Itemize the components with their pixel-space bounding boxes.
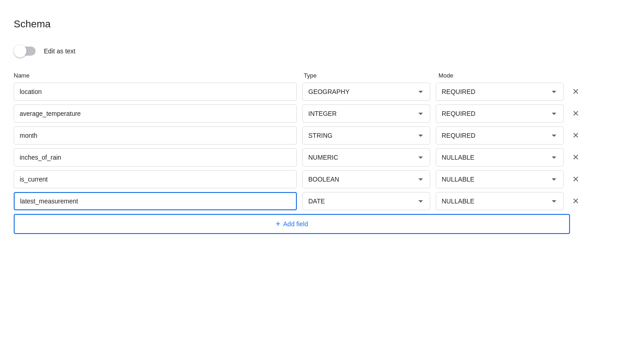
plus-icon: + xyxy=(276,220,281,228)
edit-as-text-row: Edit as text xyxy=(14,45,630,57)
field-type-select[interactable]: GEOGRAPHYINTEGERSTRINGNUMERICBOOLEANDATE… xyxy=(302,126,430,145)
field-mode-select[interactable]: REQUIREDNULLABLEREPEATED xyxy=(436,148,564,166)
table-row: GEOGRAPHYINTEGERSTRINGNUMERICBOOLEANDATE… xyxy=(14,148,630,166)
field-name-input[interactable] xyxy=(14,148,297,166)
field-type-select[interactable]: GEOGRAPHYINTEGERSTRINGNUMERICBOOLEANDATE… xyxy=(302,148,430,166)
add-field-button[interactable]: + Add field xyxy=(14,214,570,234)
header-name: Name xyxy=(14,72,304,79)
field-mode-select[interactable]: REQUIREDNULLABLEREPEATED xyxy=(436,104,564,123)
delete-field-button[interactable]: ✕ xyxy=(569,151,582,164)
schema-rows-container: GEOGRAPHYINTEGERSTRINGNUMERICBOOLEANDATE… xyxy=(14,83,630,210)
delete-field-button[interactable]: ✕ xyxy=(569,195,582,208)
field-name-input[interactable] xyxy=(14,192,297,210)
delete-field-button[interactable]: ✕ xyxy=(569,173,582,186)
table-row: GEOGRAPHYINTEGERSTRINGNUMERICBOOLEANDATE… xyxy=(14,104,630,123)
field-name-input[interactable] xyxy=(14,104,297,123)
field-type-select[interactable]: GEOGRAPHYINTEGERSTRINGNUMERICBOOLEANDATE… xyxy=(302,83,430,101)
field-mode-select[interactable]: REQUIREDNULLABLEREPEATED xyxy=(436,192,564,210)
schema-headers: Name Type Mode xyxy=(14,72,630,83)
field-name-input[interactable] xyxy=(14,126,297,145)
table-row: GEOGRAPHYINTEGERSTRINGNUMERICBOOLEANDATE… xyxy=(14,126,630,145)
table-row: GEOGRAPHYINTEGERSTRINGNUMERICBOOLEANDATE… xyxy=(14,170,630,188)
field-type-select[interactable]: GEOGRAPHYINTEGERSTRINGNUMERICBOOLEANDATE… xyxy=(302,192,430,210)
header-mode: Mode xyxy=(438,72,573,79)
delete-field-button[interactable]: ✕ xyxy=(569,129,582,142)
table-row: GEOGRAPHYINTEGERSTRINGNUMERICBOOLEANDATE… xyxy=(14,192,630,210)
table-row: GEOGRAPHYINTEGERSTRINGNUMERICBOOLEANDATE… xyxy=(14,83,630,101)
delete-field-button[interactable]: ✕ xyxy=(569,107,582,120)
delete-field-button[interactable]: ✕ xyxy=(569,85,582,98)
field-mode-select[interactable]: REQUIREDNULLABLEREPEATED xyxy=(436,83,564,101)
field-type-select[interactable]: GEOGRAPHYINTEGERSTRINGNUMERICBOOLEANDATE… xyxy=(302,104,430,123)
field-name-input[interactable] xyxy=(14,83,297,101)
page-title: Schema xyxy=(14,18,630,30)
edit-as-text-toggle[interactable] xyxy=(14,45,37,57)
add-field-label: Add field xyxy=(283,220,308,228)
field-name-input[interactable] xyxy=(14,170,297,188)
field-mode-select[interactable]: REQUIREDNULLABLEREPEATED xyxy=(436,126,564,145)
edit-as-text-label: Edit as text xyxy=(44,47,75,55)
header-type: Type xyxy=(304,72,438,79)
field-type-select[interactable]: GEOGRAPHYINTEGERSTRINGNUMERICBOOLEANDATE… xyxy=(302,170,430,188)
field-mode-select[interactable]: REQUIREDNULLABLEREPEATED xyxy=(436,170,564,188)
toggle-thumb xyxy=(14,45,26,57)
